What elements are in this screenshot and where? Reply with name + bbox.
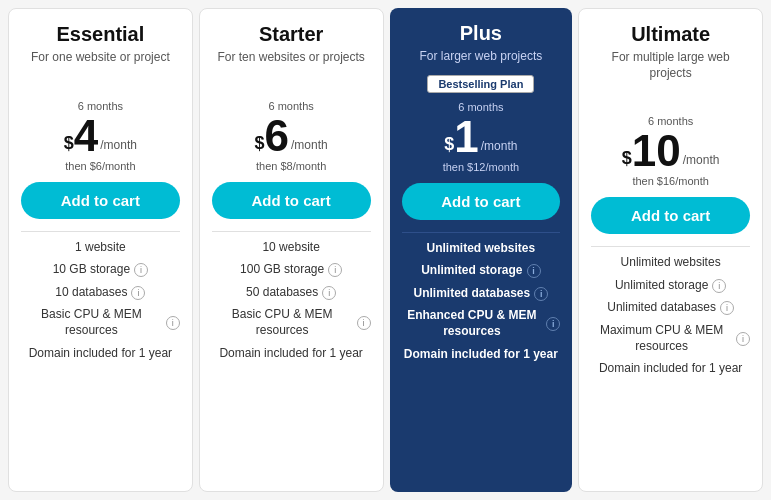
price-amount-ultimate: 10 [632, 129, 681, 173]
feature-item-starter-0: 10 website [212, 240, 371, 256]
feature-text-essential-1: 10 GB storage [53, 262, 130, 278]
plan-subtitle-essential: For one website or project [31, 50, 170, 66]
feature-text-essential-4: Domain included for 1 year [29, 346, 172, 362]
plan-subtitle-plus: For larger web projects [420, 49, 543, 65]
price-then-ultimate: then $16/month [632, 175, 708, 187]
add-to-cart-button-starter[interactable]: Add to cart [212, 182, 371, 219]
price-dollar-ultimate: $ [622, 148, 632, 169]
info-icon-essential-2[interactable]: i [131, 286, 145, 300]
price-row-starter: $ 6 /month [255, 114, 328, 158]
feature-text-plus-1: Unlimited storage [421, 263, 522, 279]
info-icon-ultimate-2[interactable]: i [720, 301, 734, 315]
info-icon-starter-2[interactable]: i [322, 286, 336, 300]
plan-card-plus: PlusFor larger web projectsBestselling P… [390, 8, 573, 492]
feature-item-starter-2: 50 databases i [212, 285, 371, 301]
feature-text-ultimate-2: Unlimited databases [607, 300, 716, 316]
price-row-essential: $ 4 /month [64, 114, 137, 158]
price-per-essential: /month [100, 138, 137, 152]
feature-item-ultimate-4: Domain included for 1 year [591, 361, 750, 377]
feature-text-starter-0: 10 website [262, 240, 319, 256]
info-icon-ultimate-1[interactable]: i [712, 279, 726, 293]
feature-item-essential-0: 1 website [21, 240, 180, 256]
features-list-starter: 10 website 100 GB storage i 50 databases… [212, 240, 371, 362]
feature-text-ultimate-0: Unlimited websites [621, 255, 721, 271]
plan-duration-plus: 6 months [458, 101, 503, 113]
plan-subtitle-starter: For ten websites or projects [217, 50, 364, 66]
plan-name-plus: Plus [460, 22, 502, 45]
feature-text-starter-4: Domain included for 1 year [219, 346, 362, 362]
price-dollar-starter: $ [255, 133, 265, 154]
plan-name-ultimate: Ultimate [631, 23, 710, 46]
feature-text-ultimate-1: Unlimited storage [615, 278, 708, 294]
feature-text-ultimate-3: Maximum CPU & MEM resources [591, 323, 732, 354]
feature-item-ultimate-2: Unlimited databases i [591, 300, 750, 316]
feature-text-plus-2: Unlimited databases [414, 286, 531, 302]
plan-name-starter: Starter [259, 23, 323, 46]
features-list-ultimate: Unlimited websites Unlimited storage i U… [591, 255, 750, 377]
divider-plus [402, 232, 561, 233]
feature-text-essential-3: Basic CPU & MEM resources [21, 307, 162, 338]
feature-text-plus-3: Enhanced CPU & MEM resources [402, 308, 543, 339]
feature-item-plus-3: Enhanced CPU & MEM resources i [402, 308, 561, 339]
feature-item-ultimate-3: Maximum CPU & MEM resources i [591, 323, 750, 354]
feature-item-essential-1: 10 GB storage i [21, 262, 180, 278]
plan-card-starter: StarterFor ten websites or projects6 mon… [199, 8, 384, 492]
feature-text-essential-0: 1 website [75, 240, 126, 256]
price-per-plus: /month [481, 139, 518, 153]
info-icon-plus-3[interactable]: i [546, 317, 560, 331]
price-per-starter: /month [291, 138, 328, 152]
feature-item-plus-0: Unlimited websites [402, 241, 561, 257]
features-list-plus: Unlimited websites Unlimited storage i U… [402, 241, 561, 363]
add-to-cart-button-essential[interactable]: Add to cart [21, 182, 180, 219]
feature-item-plus-1: Unlimited storage i [402, 263, 561, 279]
divider-essential [21, 231, 180, 232]
bestselling-badge: Bestselling Plan [427, 75, 534, 93]
add-to-cart-button-ultimate[interactable]: Add to cart [591, 197, 750, 234]
info-icon-essential-1[interactable]: i [134, 263, 148, 277]
price-dollar-plus: $ [444, 134, 454, 155]
info-icon-starter-3[interactable]: i [357, 316, 371, 330]
feature-text-essential-2: 10 databases [55, 285, 127, 301]
price-then-plus: then $12/month [443, 161, 519, 173]
info-icon-ultimate-3[interactable]: i [736, 332, 750, 346]
feature-item-essential-2: 10 databases i [21, 285, 180, 301]
feature-item-starter-3: Basic CPU & MEM resources i [212, 307, 371, 338]
plan-card-essential: EssentialFor one website or project6 mon… [8, 8, 193, 492]
feature-item-starter-4: Domain included for 1 year [212, 346, 371, 362]
price-then-essential: then $6/month [65, 160, 135, 172]
plan-duration-starter: 6 months [269, 100, 314, 112]
info-icon-essential-3[interactable]: i [166, 316, 180, 330]
info-icon-starter-1[interactable]: i [328, 263, 342, 277]
feature-item-ultimate-1: Unlimited storage i [591, 278, 750, 294]
feature-text-starter-1: 100 GB storage [240, 262, 324, 278]
price-per-ultimate: /month [683, 153, 720, 167]
features-list-essential: 1 website 10 GB storage i 10 databases i… [21, 240, 180, 362]
feature-text-plus-0: Unlimited websites [427, 241, 536, 257]
price-row-plus: $ 1 /month [444, 115, 517, 159]
info-icon-plus-1[interactable]: i [527, 264, 541, 278]
feature-text-plus-4: Domain included for 1 year [404, 347, 558, 363]
plan-card-ultimate: UltimateFor multiple large web projects6… [578, 8, 763, 492]
divider-starter [212, 231, 371, 232]
feature-item-ultimate-0: Unlimited websites [591, 255, 750, 271]
price-amount-starter: 6 [265, 114, 289, 158]
feature-item-plus-4: Domain included for 1 year [402, 347, 561, 363]
add-to-cart-button-plus[interactable]: Add to cart [402, 183, 561, 220]
plan-duration-essential: 6 months [78, 100, 123, 112]
plan-name-essential: Essential [56, 23, 144, 46]
feature-text-ultimate-4: Domain included for 1 year [599, 361, 742, 377]
feature-item-starter-1: 100 GB storage i [212, 262, 371, 278]
feature-text-starter-2: 50 databases [246, 285, 318, 301]
pricing-container: EssentialFor one website or project6 mon… [0, 0, 771, 500]
price-dollar-essential: $ [64, 133, 74, 154]
price-amount-plus: 1 [454, 115, 478, 159]
price-then-starter: then $8/month [256, 160, 326, 172]
feature-text-starter-3: Basic CPU & MEM resources [212, 307, 353, 338]
feature-item-essential-3: Basic CPU & MEM resources i [21, 307, 180, 338]
feature-item-plus-2: Unlimited databases i [402, 286, 561, 302]
plan-subtitle-ultimate: For multiple large web projects [591, 50, 750, 81]
divider-ultimate [591, 246, 750, 247]
feature-item-essential-4: Domain included for 1 year [21, 346, 180, 362]
price-amount-essential: 4 [74, 114, 98, 158]
info-icon-plus-2[interactable]: i [534, 287, 548, 301]
